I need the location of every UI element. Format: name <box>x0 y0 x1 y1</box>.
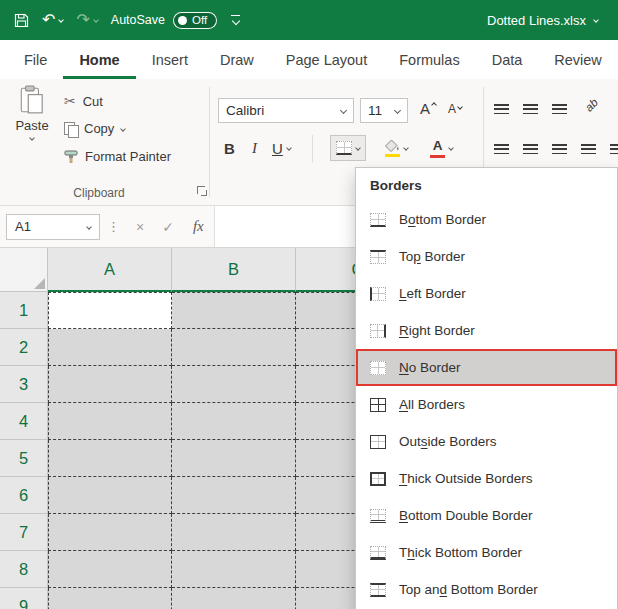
chevron-down-icon[interactable] <box>355 145 361 151</box>
format-painter-button[interactable]: Format Painter <box>64 149 171 164</box>
decrease-font-size-button[interactable]: A <box>448 102 462 116</box>
align-center-button[interactable] <box>523 141 538 159</box>
tab-formulas[interactable]: Formulas <box>383 40 475 79</box>
menu-item-no-border[interactable]: No Border <box>356 349 617 386</box>
document-title[interactable]: Dotted Lines.xlsx <box>487 13 604 28</box>
orientation-button[interactable]: ab <box>583 96 601 114</box>
border-style-icon <box>370 509 386 523</box>
menu-item-left-border[interactable]: Left Border <box>356 275 617 312</box>
cell-a9[interactable] <box>48 588 172 609</box>
cell-b8[interactable] <box>172 551 296 588</box>
chevron-down-icon[interactable] <box>340 107 347 114</box>
align-right-button[interactable] <box>552 141 567 159</box>
tab-insert[interactable]: Insert <box>136 40 204 79</box>
chevron-down-icon[interactable] <box>394 107 401 114</box>
cell-a7[interactable] <box>48 514 172 551</box>
cell-b2[interactable] <box>172 329 296 366</box>
cell-b1[interactable] <box>172 292 296 329</box>
row-header-4[interactable]: 4 <box>0 403 48 440</box>
menu-item-all-borders[interactable]: All Borders <box>356 386 617 423</box>
tab-review[interactable]: Review <box>538 40 618 79</box>
cell-a2[interactable] <box>48 329 172 366</box>
tab-draw[interactable]: Draw <box>204 40 270 79</box>
italic-button[interactable]: I <box>252 135 257 161</box>
bold-button[interactable]: B <box>224 135 235 161</box>
cell-a4[interactable] <box>48 403 172 440</box>
cell-b5[interactable] <box>172 440 296 477</box>
decrease-indent-button[interactable] <box>581 141 596 159</box>
cancel-icon[interactable]: × <box>136 219 144 235</box>
cell-b6[interactable] <box>172 477 296 514</box>
menu-item-thick-outside-borders[interactable]: Thick Outside Borders <box>356 460 617 497</box>
fill-color-button[interactable] <box>384 135 408 161</box>
paste-button[interactable]: Paste <box>6 85 58 140</box>
tab-file[interactable]: File <box>8 40 63 79</box>
chevron-down-icon[interactable] <box>93 17 99 23</box>
redo-button[interactable]: ↷ <box>76 12 97 28</box>
tab-home[interactable]: Home <box>63 40 135 79</box>
underline-button[interactable]: U <box>272 135 291 161</box>
chevron-down-icon[interactable] <box>29 135 35 141</box>
row-header-6[interactable]: 6 <box>0 477 48 514</box>
clipboard-dialog-launcher-icon[interactable] <box>197 186 207 196</box>
cell-b3[interactable] <box>172 366 296 403</box>
chevron-down-icon[interactable] <box>59 17 65 23</box>
menu-item-thick-bottom-border[interactable]: Thick Bottom Border <box>356 534 617 571</box>
cell-a1[interactable] <box>48 292 172 329</box>
name-box[interactable]: A1 <box>6 214 100 240</box>
menu-item-label: Bottom Double Border <box>399 508 533 523</box>
enter-check-icon[interactable]: ✓ <box>162 219 174 235</box>
align-bottom-button[interactable] <box>552 101 567 119</box>
tab-page-layout[interactable]: Page Layout <box>270 40 383 79</box>
menu-item-right-border[interactable]: Right Border <box>356 312 617 349</box>
increase-indent-button[interactable] <box>610 141 618 159</box>
menu-item-top-border[interactable]: Top Border <box>356 238 617 275</box>
menu-item-bottom-double-border[interactable]: Bottom Double Border <box>356 497 617 534</box>
cell-a3[interactable] <box>48 366 172 403</box>
chevron-down-icon[interactable] <box>121 126 127 132</box>
row-header-9[interactable]: 9 <box>0 588 48 609</box>
cell-b4[interactable] <box>172 403 296 440</box>
undo-button[interactable]: ↶ <box>42 12 63 28</box>
menu-item-top-and-bottom-border[interactable]: Top and Bottom Border <box>356 571 617 608</box>
cell-a8[interactable] <box>48 551 172 588</box>
save-button[interactable] <box>14 13 29 28</box>
align-middle-button[interactable] <box>523 101 538 119</box>
font-color-button[interactable]: A <box>430 135 453 161</box>
column-header-a[interactable]: A <box>48 248 172 292</box>
chevron-down-icon[interactable] <box>403 145 409 151</box>
menu-item-outside-borders[interactable]: Outside Borders <box>356 423 617 460</box>
font-size-combobox[interactable]: 11 <box>360 98 408 123</box>
select-all-corner[interactable] <box>0 248 48 292</box>
row-header-2[interactable]: 2 <box>0 329 48 366</box>
filename-text: Dotted Lines.xlsx <box>487 13 586 28</box>
excel-window: ↶ ↷ AutoSave Off Dotted Lines.xlsx File … <box>0 0 618 609</box>
paste-label: Paste <box>15 118 48 133</box>
cell-a6[interactable] <box>48 477 172 514</box>
menu-item-bottom-border[interactable]: Bottom Border <box>356 201 617 238</box>
cell-b9[interactable] <box>172 588 296 609</box>
chevron-down-icon[interactable] <box>286 145 292 151</box>
autosave-toggle[interactable]: Off <box>173 12 217 29</box>
column-header-b[interactable]: B <box>172 248 296 292</box>
quick-access-menu-button[interactable] <box>230 15 241 26</box>
chevron-down-icon[interactable] <box>86 224 92 230</box>
copy-button[interactable]: Copy <box>64 121 125 136</box>
row-header-7[interactable]: 7 <box>0 514 48 551</box>
chevron-down-icon[interactable] <box>448 145 454 151</box>
increase-font-size-button[interactable]: A <box>420 100 436 117</box>
cut-button[interactable]: ✂ Cut <box>64 93 103 109</box>
row-header-1[interactable]: 1 <box>0 292 48 329</box>
align-left-button[interactable] <box>494 141 509 159</box>
tab-data[interactable]: Data <box>476 40 539 79</box>
insert-function-icon[interactable]: fx <box>193 218 204 235</box>
align-top-button[interactable] <box>494 101 509 119</box>
borders-button[interactable] <box>330 135 366 161</box>
cell-a5[interactable] <box>48 440 172 477</box>
font-name-combobox[interactable]: Calibri <box>218 98 354 123</box>
row-header-3[interactable]: 3 <box>0 366 48 403</box>
indent-lines-icon <box>581 144 596 155</box>
row-header-8[interactable]: 8 <box>0 551 48 588</box>
row-header-5[interactable]: 5 <box>0 440 48 477</box>
cell-b7[interactable] <box>172 514 296 551</box>
